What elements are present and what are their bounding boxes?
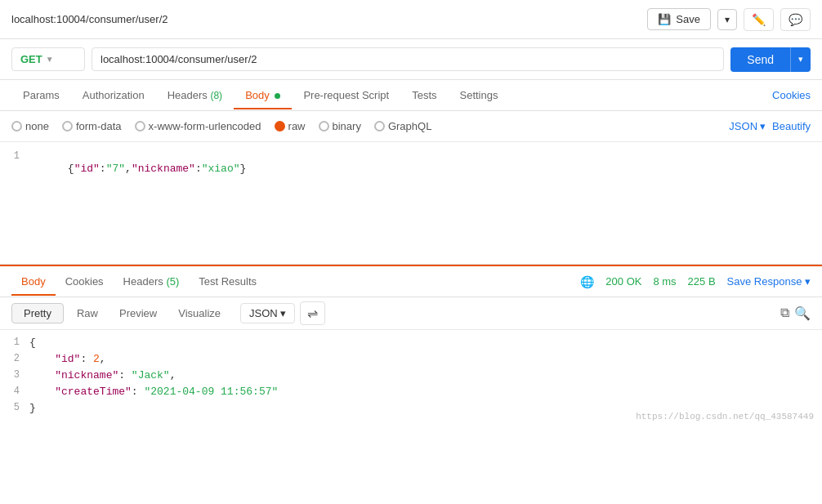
globe-icon: 🌐: [580, 275, 594, 288]
edit-icon-button[interactable]: ✏️: [744, 8, 774, 31]
status-code: 200 OK: [605, 275, 641, 288]
radio-formdata: [62, 121, 73, 132]
radio-raw: [275, 121, 285, 132]
save-icon: 💾: [658, 13, 671, 25]
tab-settings[interactable]: Settings: [449, 83, 510, 109]
resp-line-2: 2 "id": 2,: [0, 353, 822, 369]
tab-prerequest[interactable]: Pre-request Script: [292, 83, 400, 109]
url-input[interactable]: [92, 47, 724, 71]
radio-graphql: [374, 121, 385, 132]
send-button[interactable]: Send: [730, 47, 790, 72]
body-type-urlencoded[interactable]: x-www-form-urlencoded: [135, 120, 261, 132]
preview-format-tab[interactable]: Preview: [111, 304, 165, 323]
top-bar: localhost:10004/consumer/user/2 💾 Save ▾…: [0, 0, 822, 39]
method-arrow-icon: ▼: [46, 55, 54, 64]
resp-line-4: 4 "createTime": "2021-04-09 11:56:57": [0, 386, 822, 402]
raw-format-tab[interactable]: Raw: [69, 304, 106, 323]
resp-tab-test-results[interactable]: Test Results: [189, 269, 266, 296]
send-group: Send ▾: [730, 47, 811, 72]
body-type-formdata[interactable]: form-data: [62, 120, 122, 132]
radio-none: [11, 121, 22, 132]
cookies-link[interactable]: Cookies: [772, 89, 811, 101]
response-size: 225 B: [688, 275, 716, 288]
top-url: localhost:10004/consumer/user/2: [11, 13, 168, 25]
resp-right-icons: ⧉ 🔍: [780, 306, 811, 321]
body-type-binary[interactable]: binary: [319, 120, 361, 132]
body-type-bar: none form-data x-www-form-urlencoded raw…: [0, 111, 822, 142]
body-dot-indicator: [275, 93, 280, 99]
request-body-editor[interactable]: 1 {"id":"7","nickname":"xiao"}: [0, 142, 822, 265]
search-icon[interactable]: 🔍: [794, 306, 811, 321]
method-select[interactable]: GET ▼: [11, 47, 85, 71]
top-actions: 💾 Save ▾ ✏️ 💬: [647, 8, 811, 31]
watermark: https://blog.csdn.net/qq_43587449: [636, 412, 814, 421]
response-status-info: 🌐 200 OK 8 ms 225 B Save Response ▾: [580, 275, 811, 288]
radio-binary: [319, 121, 329, 132]
comment-icon-button[interactable]: 💬: [780, 8, 811, 31]
tab-authorization[interactable]: Authorization: [71, 83, 156, 109]
tab-params[interactable]: Params: [11, 83, 71, 109]
json-arrow-icon: ▾: [760, 120, 766, 132]
copy-icon[interactable]: ⧉: [780, 306, 789, 321]
request-bar: GET ▼ Send ▾: [0, 39, 822, 80]
resp-line-3: 3 "nickname": "Jack",: [0, 369, 822, 386]
resp-tab-cookies[interactable]: Cookies: [56, 269, 114, 296]
save-dropdown-button[interactable]: ▾: [717, 9, 737, 30]
pretty-button[interactable]: Pretty: [11, 303, 64, 323]
response-time: 8 ms: [653, 275, 676, 288]
save-response-button[interactable]: Save Response ▾: [727, 275, 811, 288]
resp-line-1: 1 {: [0, 337, 822, 353]
body-type-none[interactable]: none: [11, 120, 49, 132]
response-section: Body Cookies Headers (5) Test Results 🌐 …: [0, 265, 822, 425]
save-button[interactable]: 💾 Save: [647, 8, 711, 30]
beautify-button[interactable]: Beautify: [772, 120, 811, 132]
radio-urlencoded: [135, 121, 145, 132]
tab-headers[interactable]: Headers (8): [156, 83, 234, 109]
request-tabs-bar: Params Authorization Headers (8) Body Pr…: [0, 80, 822, 111]
send-dropdown-button[interactable]: ▾: [790, 47, 811, 72]
resp-json-select[interactable]: JSON ▾: [240, 303, 295, 323]
save-response-arrow-icon: ▾: [805, 275, 811, 288]
visualize-format-tab[interactable]: Visualize: [170, 304, 229, 323]
body-type-raw[interactable]: raw: [275, 120, 306, 132]
wrap-lines-icon[interactable]: ⇌: [300, 301, 325, 325]
response-tabs-bar: Body Cookies Headers (5) Test Results 🌐 …: [0, 265, 822, 297]
json-format-select[interactable]: JSON ▾: [729, 120, 766, 132]
resp-tab-headers[interactable]: Headers (5): [114, 269, 190, 296]
body-right-controls: JSON ▾ Beautify: [729, 120, 811, 132]
resp-json-arrow-icon: ▾: [280, 307, 286, 319]
body-type-graphql[interactable]: GraphQL: [374, 120, 431, 132]
tab-body[interactable]: Body: [234, 83, 292, 109]
req-code-line-1: 1 {"id":"7","nickname":"xiao"}: [0, 150, 822, 187]
response-body: 1 { 2 "id": 2, 3 "nickname": "Jack", 4 "…: [0, 330, 822, 425]
tab-tests[interactable]: Tests: [400, 83, 448, 109]
resp-tab-body[interactable]: Body: [11, 269, 56, 296]
response-format-bar: Pretty Raw Preview Visualize JSON ▾ ⇌ ⧉ …: [0, 297, 822, 330]
